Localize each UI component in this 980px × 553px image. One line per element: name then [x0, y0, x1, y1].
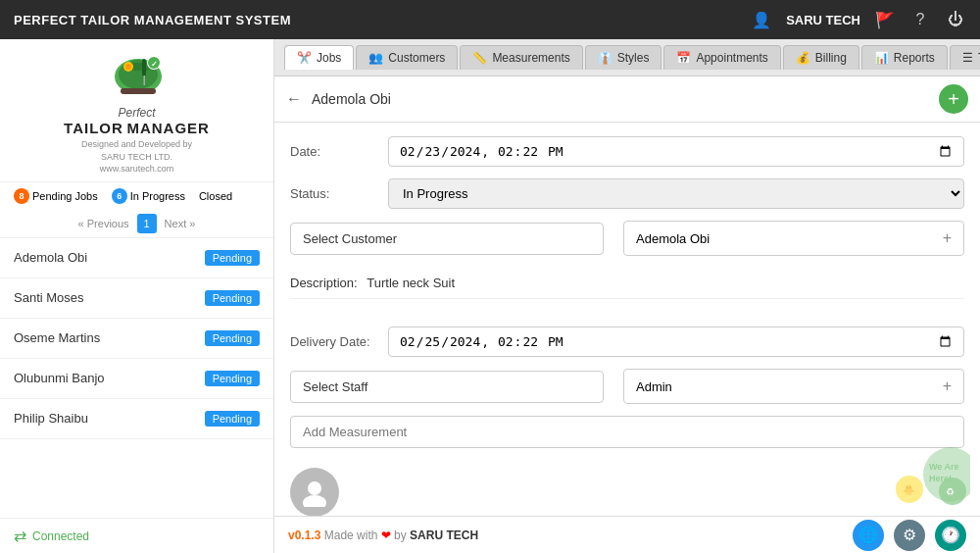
- date-row: Date:: [290, 136, 964, 167]
- svg-text:✓: ✓: [151, 60, 158, 69]
- customer-add-icon[interactable]: +: [943, 229, 952, 247]
- customer-row: Select Customer Ademola Obi +: [290, 221, 964, 256]
- svg-point-12: [303, 495, 326, 507]
- job-name: Oseme Martins: [14, 330, 100, 345]
- styles-tab-icon: 👔: [598, 51, 612, 65]
- power-icon[interactable]: ⏻: [945, 9, 966, 30]
- description-label: Description:: [290, 276, 358, 290]
- in-progress-label: In Progress: [130, 190, 185, 202]
- logo-sub: Designed and Developed by SARU TECH LTD.…: [64, 138, 210, 176]
- tab-reports[interactable]: 📊Reports: [861, 45, 948, 70]
- pending-label: Pending Jobs: [32, 190, 98, 202]
- customer-value-box: Ademola Obi +: [623, 221, 964, 256]
- settings-button[interactable]: ⚙: [894, 520, 925, 551]
- support-button[interactable]: 🕐: [935, 520, 966, 551]
- list-item[interactable]: Oseme Martins Pending: [0, 319, 273, 359]
- staff-add-icon[interactable]: +: [943, 377, 952, 395]
- current-page[interactable]: 1: [137, 214, 157, 233]
- next-page[interactable]: Next »: [165, 218, 196, 229]
- job-name: Ademola Obi: [14, 250, 87, 265]
- spacer: [290, 311, 964, 327]
- list-item[interactable]: Olubunmi Banjo Pending: [0, 359, 273, 399]
- staff-row: Select Staff Admin +: [290, 369, 964, 404]
- select-staff-box[interactable]: Select Staff: [290, 371, 604, 403]
- appointments-tab-icon: 📅: [676, 51, 691, 65]
- logo-manager: MANAGER: [126, 120, 210, 136]
- closed-status[interactable]: Closed: [199, 190, 232, 202]
- status-select[interactable]: In Progress Pending Closed: [388, 178, 964, 209]
- tab-jobs[interactable]: ✂️Jobs: [284, 45, 354, 70]
- date-input[interactable]: [388, 136, 964, 167]
- svg-rect-3: [142, 59, 146, 76]
- svg-point-7: [125, 64, 131, 70]
- pending-jobs-status[interactable]: 8 Pending Jobs: [14, 188, 98, 204]
- brand-name: SARU TECH: [410, 528, 478, 542]
- customer-value: Ademola Obi: [636, 231, 710, 246]
- reports-tab-label: Reports: [894, 51, 935, 65]
- job-name: Philip Shaibu: [14, 411, 88, 426]
- jobs-tab-label: Jobs: [317, 51, 341, 65]
- appointments-tab-label: Appointments: [696, 51, 767, 65]
- tab-measurements[interactable]: 📏Measurements: [460, 45, 582, 70]
- status-row: Status: In Progress Pending Closed: [290, 178, 964, 209]
- job-header: ← Ademola Obi +: [274, 76, 980, 123]
- select-customer-box[interactable]: Select Customer: [290, 223, 604, 255]
- app-title: PERFECT TAILOR MANAGEMENT SYSTEM: [14, 13, 751, 27]
- svg-point-11: [308, 481, 321, 495]
- tab-appointments[interactable]: 📅Appointments: [663, 45, 780, 70]
- status-label: Status:: [290, 186, 378, 201]
- job-status-badge: Pending: [205, 411, 260, 427]
- tab-customers[interactable]: 👥Customers: [356, 45, 458, 70]
- sidebar-footer: ⇄ Connected: [0, 518, 273, 553]
- connection-icon: ⇄: [14, 527, 26, 545]
- connection-status: Connected: [32, 529, 89, 543]
- tab-billing[interactable]: 💰Billing: [783, 45, 859, 70]
- measurement-input[interactable]: [290, 416, 964, 448]
- job-status-badge: Pending: [205, 371, 260, 386]
- list-item[interactable]: Ademola Obi Pending: [0, 238, 273, 278]
- measurement-row: [290, 416, 964, 448]
- form-area: Date: Status: In Progress Pending Closed…: [274, 123, 980, 516]
- list-item[interactable]: Santi Moses Pending: [0, 278, 273, 319]
- flag-icon[interactable]: 🚩: [874, 9, 896, 30]
- navbar-right: 👤 SARU TECH 🚩 ? ⏻: [751, 9, 966, 30]
- user-name: SARU TECH: [786, 13, 860, 27]
- job-list: Ademola Obi Pending Santi Moses Pending …: [0, 238, 273, 518]
- pagination: « Previous 1 Next »: [0, 210, 273, 238]
- in-progress-status[interactable]: 6 In Progress: [112, 188, 185, 204]
- delivery-label: Delivery Date:: [290, 334, 378, 349]
- back-button[interactable]: ←: [286, 90, 302, 108]
- description-row: Description: Turtle neck Suit: [290, 268, 964, 299]
- logo-perfect: Perfect: [64, 106, 210, 120]
- tasks-tab-icon: ☰: [962, 51, 973, 65]
- version: v0.1.3: [288, 528, 320, 542]
- logo-text: Perfect TAILOR MANAGER Designed and Deve…: [64, 106, 210, 176]
- footer: v0.1.3 Made with ❤ by SARU TECH 🌐 ⚙ 🕐: [274, 516, 980, 553]
- tab-tasks[interactable]: ☰Tasks: [950, 45, 980, 70]
- heart-icon: ❤: [381, 528, 391, 542]
- avatar: [290, 468, 339, 516]
- support-icon: 🕐: [941, 526, 960, 544]
- help-icon[interactable]: ?: [909, 9, 931, 30]
- job-status-badge: Pending: [205, 330, 260, 346]
- translate-button[interactable]: 🌐: [853, 520, 884, 551]
- main-content: ← Ademola Obi + Date: Status: In Progres…: [274, 76, 980, 516]
- delivery-input[interactable]: [388, 327, 964, 357]
- sidebar-logo: ✓ Perfect TAILOR MANAGER Designed and De…: [0, 39, 273, 182]
- add-job-button[interactable]: +: [939, 84, 968, 114]
- job-status-badge: Pending: [205, 290, 260, 306]
- tab-styles[interactable]: 👔Styles: [585, 45, 662, 70]
- styles-tab-label: Styles: [617, 51, 650, 65]
- prev-page[interactable]: « Previous: [78, 218, 129, 229]
- description-value: Turtle neck Suit: [367, 276, 455, 290]
- sidebar: ✓ Perfect TAILOR MANAGER Designed and De…: [0, 39, 274, 553]
- sewing-machine-icon: ✓: [107, 51, 168, 102]
- logo-tailor: TAILOR: [64, 120, 123, 136]
- measurements-tab-label: Measurements: [492, 51, 569, 65]
- list-item[interactable]: Philip Shaibu Pending: [0, 399, 273, 439]
- avatar-row: [290, 460, 964, 516]
- jobs-tab-icon: ✂️: [297, 51, 312, 65]
- avatar-icon: [300, 478, 329, 507]
- closed-label: Closed: [199, 190, 232, 202]
- user-icon[interactable]: 👤: [751, 9, 772, 30]
